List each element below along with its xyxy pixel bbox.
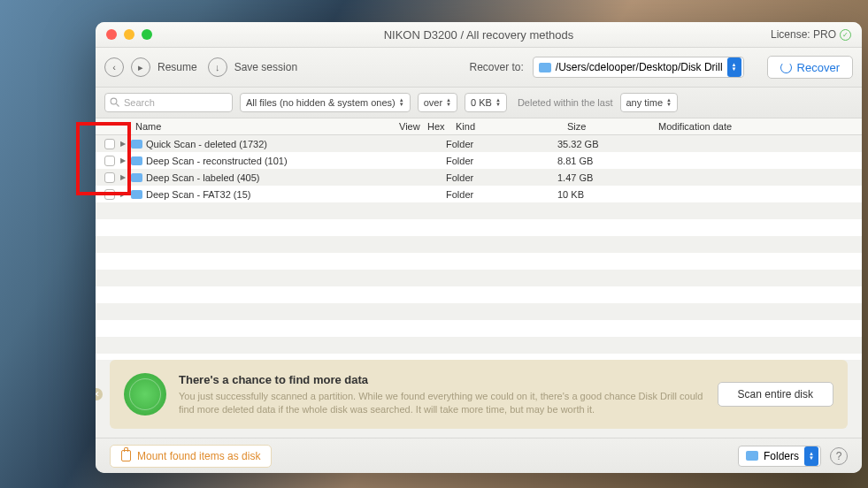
row-size: 10 KB: [557, 189, 649, 200]
row-name: Deep Scan - FAT32 (15): [146, 189, 389, 200]
minimize-button[interactable]: [124, 29, 134, 40]
mount-icon: [121, 450, 131, 461]
row-size: 35.32 GB: [557, 139, 649, 149]
row-checkbox[interactable]: [104, 172, 115, 183]
table-row: [96, 253, 862, 270]
over-selector[interactable]: over ▲▼: [418, 93, 457, 112]
row-kind: Folder: [446, 139, 557, 149]
header-date[interactable]: Modification date: [658, 121, 862, 132]
maximize-button[interactable]: [142, 29, 152, 40]
over-label: over: [424, 97, 442, 108]
table-row[interactable]: ▶ Deep Scan - labeled (405) Folder 1.47 …: [96, 169, 862, 186]
recover-button[interactable]: Recover: [767, 56, 853, 79]
table-row: [96, 286, 862, 303]
filter-bar: Search All files (no hidden & system one…: [96, 88, 862, 118]
check-icon: ✓: [840, 29, 851, 41]
help-button[interactable]: ?: [830, 447, 848, 465]
time-selector[interactable]: any time ▲▼: [620, 93, 679, 112]
banner-text: There's a chance to find more data You j…: [179, 372, 705, 416]
mount-label: Mount found items as disk: [137, 450, 260, 462]
traffic-lights: [106, 29, 152, 40]
license-text: License: PRO: [771, 28, 836, 41]
table-row: [96, 303, 862, 320]
row-kind: Folder: [446, 189, 557, 200]
header-kind[interactable]: Kind: [456, 121, 567, 132]
header-name[interactable]: Name: [135, 121, 399, 132]
table-header: Name View Hex Kind Size Modification dat…: [96, 118, 862, 135]
chevron-updown-icon: ▲▼: [446, 98, 451, 107]
row-kind: Folder: [446, 156, 557, 166]
table-row[interactable]: ▶ Quick Scan - deleted (1732) Folder 35.…: [96, 135, 862, 152]
table-row[interactable]: ▶ Deep Scan - FAT32 (15) Folder 10 KB: [96, 186, 862, 202]
folder-icon: [131, 173, 142, 182]
search-input[interactable]: Search: [104, 93, 233, 112]
chevron-updown-icon: ▲▼: [495, 98, 501, 107]
recover-to-wrap: Recover to: /Users/cdelooper/Desktop/Dis…: [469, 56, 853, 79]
header-view[interactable]: View: [399, 121, 427, 132]
resume-button[interactable]: ▸: [131, 57, 150, 77]
view-mode-selector[interactable]: Folders ▲▼: [738, 446, 821, 467]
file-filter-selector[interactable]: All files (no hidden & system ones) ▲▼: [240, 93, 411, 112]
table-row: [96, 202, 862, 219]
svg-line-1: [117, 104, 119, 107]
toolbar: ‹ ▸ Resume ↓ Save session Recover to: /U…: [96, 48, 862, 88]
table-row: [96, 219, 862, 236]
disclosure-triangle-icon[interactable]: ▶: [120, 173, 126, 181]
results-table: ▶ Quick Scan - deleted (1732) Folder 35.…: [96, 135, 862, 360]
view-mode-label: Folders: [764, 450, 799, 462]
recover-path: /Users/cdelooper/Desktop/Disk Drill: [556, 61, 723, 73]
table-row[interactable]: ▶ Deep Scan - reconstructed (101) Folder…: [96, 152, 862, 169]
save-session-label: Save session: [234, 61, 297, 73]
stepper-arrows-icon: ▲▼: [727, 57, 741, 77]
search-placeholder: Search: [124, 97, 155, 108]
search-icon: [110, 97, 120, 108]
back-button[interactable]: ‹: [104, 57, 124, 77]
row-size: 1.47 GB: [557, 172, 649, 183]
file-filter-label: All files (no hidden & system ones): [246, 97, 396, 108]
disclosure-triangle-icon[interactable]: ▶: [120, 190, 126, 198]
close-button[interactable]: [106, 29, 117, 40]
radar-icon: [124, 373, 166, 416]
app-window: NIKON D3200 / All recovery methods Licen…: [96, 22, 862, 473]
time-label: any time: [626, 97, 664, 108]
window-title: NIKON D3200 / All recovery methods: [384, 28, 574, 42]
size-selector[interactable]: 0 KB ▲▼: [465, 93, 507, 112]
info-banner: ✕ There's a chance to find more data You…: [110, 360, 848, 429]
save-session-button[interactable]: ↓: [208, 57, 227, 77]
chevron-updown-icon: ▲▼: [399, 98, 404, 107]
table-row: [96, 270, 862, 286]
close-banner-button[interactable]: ✕: [96, 388, 103, 400]
folder-icon: [131, 190, 142, 199]
row-name: Quick Scan - deleted (1732): [146, 139, 389, 149]
stepper-arrows-icon: ▲▼: [804, 446, 818, 466]
banner-title: There's a chance to find more data: [179, 372, 705, 388]
recover-path-selector[interactable]: /Users/cdelooper/Desktop/Disk Drill ▲▼: [533, 57, 744, 78]
row-name: Deep Scan - labeled (405): [146, 172, 389, 183]
size-label: 0 KB: [471, 97, 492, 108]
disclosure-triangle-icon[interactable]: ▶: [120, 156, 126, 164]
recover-button-label: Recover: [797, 61, 840, 74]
license-badge: License: PRO ✓: [771, 28, 851, 41]
header-hex[interactable]: Hex: [427, 121, 456, 132]
scan-entire-disk-button[interactable]: Scan entire disk: [718, 382, 833, 407]
svg-point-0: [111, 98, 117, 104]
folder-icon: [746, 451, 758, 461]
row-checkbox[interactable]: [104, 156, 115, 166]
header-size[interactable]: Size: [567, 121, 658, 132]
resume-label: Resume: [157, 61, 197, 73]
row-checkbox[interactable]: [104, 189, 115, 200]
table-row: [96, 337, 862, 354]
folder-icon: [131, 140, 142, 149]
disclosure-triangle-icon[interactable]: ▶: [120, 140, 126, 148]
mount-button[interactable]: Mount found items as disk: [110, 445, 272, 468]
folder-icon: [539, 63, 551, 72]
footer: Mount found items as disk Folders ▲▼ ?: [96, 438, 862, 473]
row-name: Deep Scan - reconstructed (101): [146, 156, 389, 166]
row-kind: Folder: [446, 172, 557, 183]
row-checkbox[interactable]: [104, 139, 115, 149]
titlebar: NIKON D3200 / All recovery methods Licen…: [96, 22, 862, 48]
table-row: [96, 236, 862, 253]
table-row: [96, 354, 862, 360]
row-size: 8.81 GB: [557, 156, 649, 166]
chevron-updown-icon: ▲▼: [666, 98, 672, 107]
